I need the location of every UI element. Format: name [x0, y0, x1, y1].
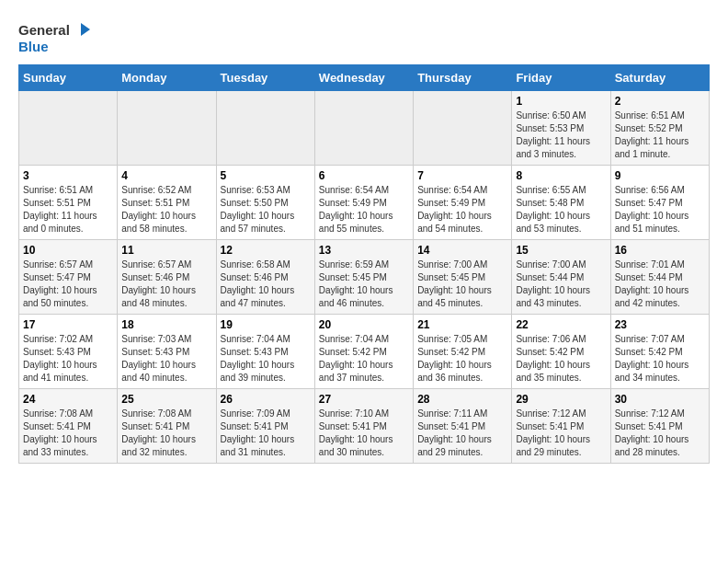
day-info: Sunrise: 7:02 AM Sunset: 5:43 PM Dayligh…	[23, 333, 113, 385]
day-number: 22	[516, 318, 606, 331]
day-number: 18	[121, 318, 211, 331]
calendar-cell: 27Sunrise: 7:10 AM Sunset: 5:41 PM Dayli…	[314, 389, 413, 464]
svg-text:Blue: Blue	[18, 39, 49, 54]
calendar-cell: 16Sunrise: 7:01 AM Sunset: 5:44 PM Dayli…	[610, 240, 709, 315]
day-number: 8	[516, 169, 606, 182]
day-info: Sunrise: 7:05 AM Sunset: 5:42 PM Dayligh…	[417, 333, 507, 385]
calendar-cell: 20Sunrise: 7:04 AM Sunset: 5:42 PM Dayli…	[314, 315, 413, 389]
day-info: Sunrise: 6:54 AM Sunset: 5:49 PM Dayligh…	[319, 184, 409, 236]
calendar-cell: 3Sunrise: 6:51 AM Sunset: 5:51 PM Daylig…	[19, 166, 118, 240]
day-number: 28	[417, 393, 507, 406]
day-number: 17	[23, 318, 113, 331]
calendar-week-1: 1Sunrise: 6:50 AM Sunset: 5:53 PM Daylig…	[19, 91, 710, 166]
day-info: Sunrise: 7:00 AM Sunset: 5:45 PM Dayligh…	[417, 259, 507, 310]
day-header-friday: Friday	[512, 65, 610, 91]
day-info: Sunrise: 7:01 AM Sunset: 5:44 PM Dayligh…	[615, 259, 705, 310]
calendar-cell: 21Sunrise: 7:05 AM Sunset: 5:42 PM Dayli…	[414, 315, 512, 389]
calendar-cell	[216, 91, 314, 166]
calendar-cell: 23Sunrise: 7:07 AM Sunset: 5:42 PM Dayli…	[610, 315, 709, 389]
calendar-week-5: 24Sunrise: 7:08 AM Sunset: 5:41 PM Dayli…	[19, 389, 710, 464]
day-header-saturday: Saturday	[610, 65, 709, 91]
day-info: Sunrise: 6:57 AM Sunset: 5:46 PM Dayligh…	[121, 259, 211, 310]
calendar-cell	[314, 91, 413, 166]
calendar-cell: 10Sunrise: 6:57 AM Sunset: 5:47 PM Dayli…	[19, 240, 118, 315]
day-info: Sunrise: 6:51 AM Sunset: 5:51 PM Dayligh…	[23, 184, 113, 236]
day-number: 1	[516, 95, 606, 108]
calendar-header-row: SundayMondayTuesdayWednesdayThursdayFrid…	[19, 65, 710, 91]
day-info: Sunrise: 7:03 AM Sunset: 5:43 PM Dayligh…	[121, 333, 211, 385]
day-info: Sunrise: 7:04 AM Sunset: 5:42 PM Dayligh…	[319, 333, 409, 385]
day-info: Sunrise: 6:55 AM Sunset: 5:48 PM Dayligh…	[516, 184, 606, 236]
calendar-cell: 13Sunrise: 6:59 AM Sunset: 5:45 PM Dayli…	[314, 240, 413, 315]
day-info: Sunrise: 7:07 AM Sunset: 5:42 PM Dayligh…	[615, 333, 705, 385]
day-number: 10	[23, 244, 113, 257]
logo-svg: General Blue	[18, 18, 92, 55]
calendar-cell: 24Sunrise: 7:08 AM Sunset: 5:41 PM Dayli…	[19, 389, 118, 464]
day-info: Sunrise: 7:12 AM Sunset: 5:41 PM Dayligh…	[516, 408, 606, 459]
day-number: 30	[615, 393, 705, 406]
day-number: 4	[121, 169, 211, 182]
calendar-table: SundayMondayTuesdayWednesdayThursdayFrid…	[18, 64, 710, 464]
day-info: Sunrise: 6:59 AM Sunset: 5:45 PM Dayligh…	[319, 259, 409, 310]
calendar-cell	[118, 91, 216, 166]
day-number: 24	[23, 393, 113, 406]
calendar-cell: 5Sunrise: 6:53 AM Sunset: 5:50 PM Daylig…	[216, 166, 314, 240]
day-number: 19	[221, 318, 311, 331]
calendar-cell: 9Sunrise: 6:56 AM Sunset: 5:47 PM Daylig…	[610, 166, 709, 240]
logo: General Blue	[18, 18, 92, 55]
day-info: Sunrise: 7:09 AM Sunset: 5:41 PM Dayligh…	[221, 408, 311, 459]
day-number: 26	[221, 393, 311, 406]
day-number: 21	[417, 318, 507, 331]
day-header-wednesday: Wednesday	[314, 65, 413, 91]
calendar-cell: 30Sunrise: 7:12 AM Sunset: 5:41 PM Dayli…	[610, 389, 709, 464]
day-number: 11	[121, 244, 211, 257]
day-info: Sunrise: 6:50 AM Sunset: 5:53 PM Dayligh…	[516, 109, 606, 161]
day-number: 13	[319, 244, 409, 257]
calendar-week-4: 17Sunrise: 7:02 AM Sunset: 5:43 PM Dayli…	[19, 315, 710, 389]
calendar-cell: 6Sunrise: 6:54 AM Sunset: 5:49 PM Daylig…	[314, 166, 413, 240]
day-info: Sunrise: 6:54 AM Sunset: 5:49 PM Dayligh…	[417, 184, 507, 236]
calendar-cell: 2Sunrise: 6:51 AM Sunset: 5:52 PM Daylig…	[610, 91, 709, 166]
calendar-cell: 28Sunrise: 7:11 AM Sunset: 5:41 PM Dayli…	[414, 389, 512, 464]
day-number: 16	[615, 244, 705, 257]
day-number: 15	[516, 244, 606, 257]
calendar-cell	[414, 91, 512, 166]
day-number: 23	[615, 318, 705, 331]
day-number: 12	[221, 244, 311, 257]
day-info: Sunrise: 7:00 AM Sunset: 5:44 PM Dayligh…	[516, 259, 606, 310]
calendar-cell: 29Sunrise: 7:12 AM Sunset: 5:41 PM Dayli…	[512, 389, 610, 464]
calendar-week-3: 10Sunrise: 6:57 AM Sunset: 5:47 PM Dayli…	[19, 240, 710, 315]
calendar-cell: 26Sunrise: 7:09 AM Sunset: 5:41 PM Dayli…	[216, 389, 314, 464]
day-number: 14	[417, 244, 507, 257]
day-info: Sunrise: 6:56 AM Sunset: 5:47 PM Dayligh…	[615, 184, 705, 236]
calendar-cell: 7Sunrise: 6:54 AM Sunset: 5:49 PM Daylig…	[414, 166, 512, 240]
calendar-cell: 15Sunrise: 7:00 AM Sunset: 5:44 PM Dayli…	[512, 240, 610, 315]
day-header-monday: Monday	[118, 65, 216, 91]
calendar-cell: 11Sunrise: 6:57 AM Sunset: 5:46 PM Dayli…	[118, 240, 216, 315]
day-info: Sunrise: 7:10 AM Sunset: 5:41 PM Dayligh…	[319, 408, 409, 459]
day-header-sunday: Sunday	[19, 65, 118, 91]
calendar-cell: 14Sunrise: 7:00 AM Sunset: 5:45 PM Dayli…	[414, 240, 512, 315]
svg-text:General: General	[18, 22, 70, 38]
svg-marker-2	[81, 23, 90, 36]
day-number: 25	[121, 393, 211, 406]
day-info: Sunrise: 7:06 AM Sunset: 5:42 PM Dayligh…	[516, 333, 606, 385]
calendar-cell: 25Sunrise: 7:08 AM Sunset: 5:41 PM Dayli…	[118, 389, 216, 464]
day-number: 29	[516, 393, 606, 406]
calendar-cell: 4Sunrise: 6:52 AM Sunset: 5:51 PM Daylig…	[118, 166, 216, 240]
day-info: Sunrise: 7:12 AM Sunset: 5:41 PM Dayligh…	[615, 408, 705, 459]
day-info: Sunrise: 6:51 AM Sunset: 5:52 PM Dayligh…	[615, 109, 705, 161]
day-info: Sunrise: 7:04 AM Sunset: 5:43 PM Dayligh…	[221, 333, 311, 385]
day-info: Sunrise: 6:53 AM Sunset: 5:50 PM Dayligh…	[221, 184, 311, 236]
calendar-cell: 12Sunrise: 6:58 AM Sunset: 5:46 PM Dayli…	[216, 240, 314, 315]
day-header-thursday: Thursday	[414, 65, 512, 91]
calendar-cell: 1Sunrise: 6:50 AM Sunset: 5:53 PM Daylig…	[512, 91, 610, 166]
day-number: 20	[319, 318, 409, 331]
day-header-tuesday: Tuesday	[216, 65, 314, 91]
calendar-cell	[19, 91, 118, 166]
day-info: Sunrise: 7:08 AM Sunset: 5:41 PM Dayligh…	[23, 408, 113, 459]
page-header: General Blue	[18, 18, 710, 55]
calendar-week-2: 3Sunrise: 6:51 AM Sunset: 5:51 PM Daylig…	[19, 166, 710, 240]
day-number: 2	[615, 95, 705, 108]
calendar-cell: 18Sunrise: 7:03 AM Sunset: 5:43 PM Dayli…	[118, 315, 216, 389]
